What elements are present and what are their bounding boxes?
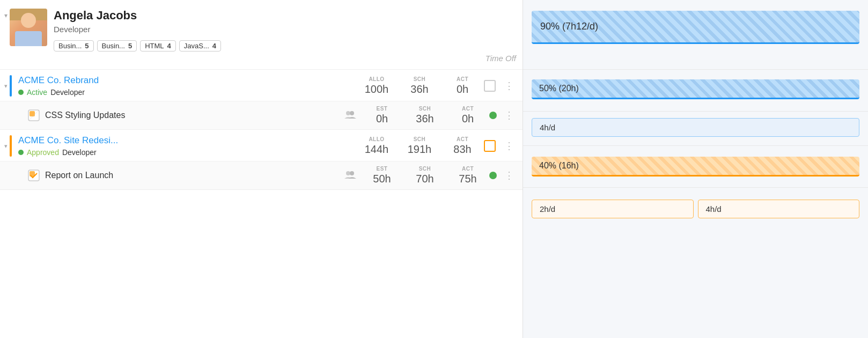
tags-area: Busin... 5 Busin... 5 HTML 4 JavaS... 4 [54, 40, 486, 52]
project-1-section: ▾ ACME Co. Rebrand Active Developer ALLO… [0, 70, 523, 130]
proj1-sch-label: SCH [414, 76, 426, 82]
project-1-name-col: ACME Co. Rebrand Active Developer [18, 75, 364, 97]
task1-act-col: ACT 0h [455, 106, 481, 125]
svg-rect-1 [30, 111, 35, 116]
person-allocation-bar: 90% (7h12/d) [532, 11, 859, 44]
project-2-chevron[interactable]: ▾ [4, 143, 8, 150]
project-2-name-col: ACME Co. Site Redesi... Approved Develop… [18, 135, 364, 157]
task1-sch-value: 36h [416, 113, 433, 125]
task-2-hours: EST 50h SCH 70h ACT 75h [369, 166, 481, 185]
proj1-act-label: ACT [457, 76, 468, 82]
svg-point-3 [346, 111, 350, 115]
task-1-name: CSS Styling Updates [45, 111, 344, 120]
task2-menu-button[interactable]: ⋮ [502, 170, 516, 181]
person-name: Angela Jacobs [54, 9, 486, 23]
proj2-sch-label: SCH [414, 136, 426, 142]
right-person-row: 90% (7h12/d) [523, 0, 868, 70]
task1-est-label: EST [377, 106, 388, 112]
right-task1-row: 4h/d [523, 112, 868, 146]
proj1-menu-button[interactable]: ⋮ [502, 80, 516, 92]
task-1-status-dot [489, 112, 497, 119]
proj2-sch-col: SCH 191h [407, 136, 432, 156]
project-1-status-label: Active [27, 88, 47, 97]
right-proj2-row: 40% (16h) [523, 146, 868, 188]
project-1-hours: ALLO 100h SCH 36h ACT 0h [364, 76, 475, 95]
tag-javascript[interactable]: JavaS... 4 [179, 40, 221, 52]
task2-bar1: 2h/d [532, 200, 694, 218]
proj2-allocation-bar: 40% (16h) [532, 157, 859, 177]
task2-est-value: 50h [373, 173, 391, 185]
right-panel: 90% (7h12/d) 50% (20h) 4h/d 40% (16h) 2h… [523, 0, 868, 338]
task-1-row: CSS Styling Updates EST 0h SCH [0, 101, 523, 129]
proj2-act-col: ACT 83h [450, 136, 475, 156]
task-1-hours: EST 0h SCH 36h ACT 0h [369, 106, 481, 125]
time-off-label: Time Off [486, 54, 516, 65]
tag-busin1[interactable]: Busin... 5 [54, 40, 94, 52]
proj2-allo-col: ALLO 144h [364, 136, 389, 156]
project-2-section: ▾ ACME Co. Site Redesi... Approved Devel… [0, 130, 523, 190]
task1-sch-label: SCH [419, 106, 431, 112]
task-2-name: Report on Launch [45, 171, 344, 180]
proj2-allo-label: ALLO [369, 136, 384, 142]
proj2-menu-button[interactable]: ⋮ [502, 140, 516, 152]
task2-bar2: 4h/d [698, 200, 860, 218]
task2-sch-value: 70h [416, 173, 433, 185]
project-2-header-row: ▾ ACME Co. Site Redesi... Approved Devel… [0, 130, 523, 161]
task-2-people-icon [344, 170, 356, 181]
task-1-checkbox-icon [28, 109, 40, 121]
proj1-allo-col: ALLO 100h [364, 76, 389, 95]
tag-busin2[interactable]: Busin... 5 [97, 40, 137, 52]
task1-act-label: ACT [462, 106, 474, 112]
left-panel: ▾ Angela Jacobs Developer Busin... 5 [0, 0, 523, 338]
proj1-square-icon[interactable] [484, 80, 496, 92]
task1-sch-col: SCH 36h [412, 106, 438, 125]
project-2-status-row: Approved Developer [18, 148, 364, 157]
right-proj1-row: 50% (20h) [523, 70, 868, 112]
svg-point-4 [350, 111, 354, 115]
proj2-act-value: 83h [453, 143, 471, 156]
task-2-checkbox-icon [28, 170, 40, 181]
right-task2-row: 2h/d 4h/d [523, 188, 868, 230]
person-role: Developer [54, 25, 486, 34]
avatar [10, 9, 47, 46]
proj1-sch-value: 36h [410, 83, 428, 95]
task1-menu-button[interactable]: ⋮ [502, 109, 516, 121]
project-1-header-row: ▾ ACME Co. Rebrand Active Developer ALLO… [0, 70, 523, 101]
project-2-name[interactable]: ACME Co. Site Redesi... [18, 135, 364, 146]
project-1-name[interactable]: ACME Co. Rebrand [18, 75, 364, 86]
proj1-allocation-bar: 50% (20h) [532, 79, 859, 99]
task1-allocation-bar: 4h/d [532, 118, 859, 137]
project-2-hours: ALLO 144h SCH 191h ACT 83h [364, 136, 475, 156]
proj1-allo-value: 100h [365, 83, 389, 95]
task2-act-label: ACT [462, 166, 474, 172]
proj2-act-label: ACT [457, 136, 468, 142]
proj2-square-icon[interactable] [484, 140, 496, 152]
task2-act-col: ACT 75h [455, 166, 481, 185]
project-1-role: Developer [50, 88, 85, 97]
task2-est-label: EST [377, 166, 388, 172]
task1-est-value: 0h [376, 113, 388, 125]
task-2-status-dot [489, 172, 497, 179]
person-info: Angela Jacobs Developer Busin... 5 Busin… [54, 9, 486, 52]
proj2-sch-value: 191h [408, 143, 432, 156]
task1-act-value: 0h [462, 113, 474, 125]
project-1-status-dot [18, 90, 24, 95]
task2-act-value: 75h [459, 173, 476, 185]
task2-est-col: EST 50h [369, 166, 395, 185]
svg-point-8 [350, 171, 354, 175]
proj1-allo-label: ALLO [369, 76, 384, 82]
project-2-status-label: Approved [27, 148, 59, 157]
proj1-act-value: 0h [457, 83, 468, 95]
project-1-chevron[interactable]: ▾ [4, 83, 8, 90]
project-2-border [10, 135, 12, 157]
project-1-border [10, 75, 12, 97]
proj2-allo-value: 144h [365, 143, 389, 156]
tag-html[interactable]: HTML 4 [140, 40, 176, 52]
proj1-act-col: ACT 0h [450, 76, 475, 95]
person-chevron[interactable]: ▾ [4, 9, 8, 19]
project-1-status-row: Active Developer [18, 88, 364, 97]
task2-sch-label: SCH [419, 166, 431, 172]
svg-point-7 [346, 171, 350, 175]
project-2-role: Developer [62, 148, 97, 157]
proj1-sch-col: SCH 36h [407, 76, 432, 95]
